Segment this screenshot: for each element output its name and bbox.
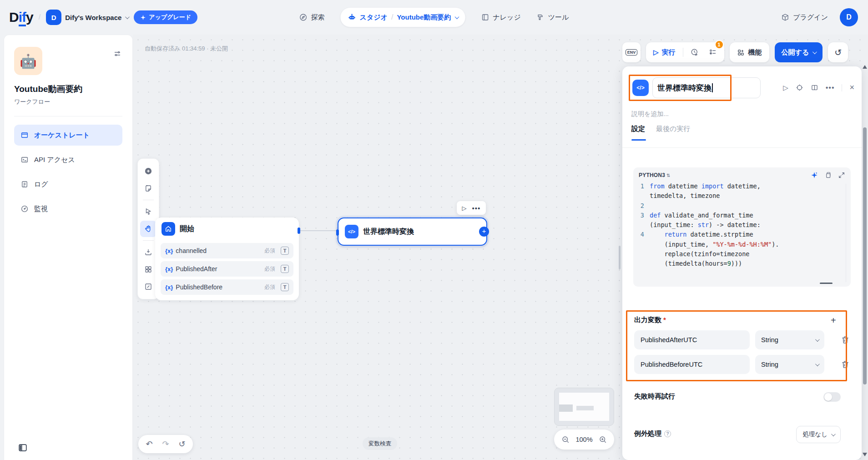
sidebar-item-orchestrate[interactable]: オーケストレート — [14, 125, 122, 146]
run-this-step-icon[interactable]: ▷ — [783, 84, 788, 92]
add-next-node-button[interactable]: + — [479, 227, 489, 237]
user-avatar[interactable]: D — [840, 8, 858, 26]
node-title-input[interactable]: 世界標準時変換 — [652, 77, 761, 98]
organize-nodes-button[interactable] — [140, 261, 156, 278]
breadcrumb-slash: / — [39, 13, 40, 21]
publish-button[interactable]: 公開する — [775, 42, 823, 62]
delete-variable-icon[interactable] — [841, 335, 850, 344]
start-variable-row[interactable]: {x} PublishedAfter 必須 T — [161, 261, 293, 277]
pointer-tool-button[interactable] — [140, 203, 156, 220]
code-editor[interactable]: PYTHON3 ⇅ 1 23 4 from datetime import da… — [633, 167, 851, 287]
ai-generate-icon[interactable] — [811, 172, 818, 179]
zoom-in-icon[interactable] — [599, 435, 607, 444]
code-line: (input_time, "%Y-%m-%d-%H:%M"). — [650, 240, 846, 249]
run-node-icon[interactable]: ▷ — [462, 205, 467, 212]
code-hscrollbar-thumb[interactable] — [820, 283, 833, 284]
hand-tool-button[interactable] — [140, 221, 156, 237]
close-panel-icon[interactable]: × — [849, 83, 854, 92]
text-type-icon: T — [281, 265, 289, 273]
exception-handling-select[interactable]: 処理なし — [796, 426, 841, 443]
sliders-icon[interactable] — [113, 50, 121, 58]
expand-icon[interactable] — [838, 172, 845, 179]
add-node-button[interactable] — [140, 163, 156, 179]
scroll-down-arrow[interactable] — [863, 453, 867, 456]
more-options-icon[interactable]: ••• — [472, 204, 481, 212]
redo-icon[interactable]: ↷ — [157, 437, 174, 451]
variable-name-input[interactable]: PublishedAfterUTC — [634, 330, 750, 349]
workspace-selector[interactable]: D Dify's Workspace — [46, 10, 128, 25]
upgrade-button[interactable]: アップグレード — [134, 10, 197, 24]
variable-type-select[interactable]: String — [755, 330, 824, 349]
scroll-up-arrow[interactable] — [863, 65, 867, 69]
start-variable-row[interactable]: {x} channelled 必須 T — [161, 243, 293, 258]
dify-logo[interactable]: Dify — [9, 10, 33, 25]
sidebar-divider — [14, 116, 122, 116]
retry-on-failure-label: 失敗時再試行 — [634, 392, 675, 401]
version-history-button[interactable]: ↺ — [828, 42, 848, 62]
variable-inspect-button[interactable]: 変数検査 — [363, 437, 397, 450]
palette-divider — [143, 200, 154, 200]
chevron-down-icon — [815, 362, 820, 366]
split-view-icon[interactable] — [811, 84, 818, 91]
sidebar-item-monitoring[interactable]: 監視 — [14, 198, 122, 219]
description-placeholder[interactable]: 説明を追加... — [631, 110, 669, 118]
start-node[interactable]: 開始 {x} channelled 必須 T {x} PublishedAfte… — [155, 217, 299, 300]
more-options-icon[interactable]: ••• — [826, 84, 835, 92]
code-line: replace(tzinfo=timezone — [650, 249, 846, 259]
nav-plugins[interactable]: プラグイン — [781, 13, 828, 22]
top-nav: Dify / D Dify's Workspace アップグレード 探索 スタジ… — [0, 0, 868, 35]
retry-toggle[interactable] — [823, 392, 841, 402]
nav-studio[interactable]: スタジオ — [360, 13, 388, 22]
collapse-sidebar-icon[interactable] — [18, 443, 28, 453]
blocks-plus-icon — [737, 49, 745, 56]
run-toolbar: ENV ▷ 実行 1 機能 公開する ↺ — [622, 42, 848, 62]
add-output-variable-button[interactable]: + — [831, 316, 836, 325]
run-workflow-button[interactable]: ▷ 実行 — [651, 48, 678, 57]
sidebar-item-api-access[interactable]: API アクセス — [14, 149, 122, 170]
run-history-button[interactable] — [688, 45, 701, 59]
export-dsl-button[interactable] — [140, 244, 156, 260]
add-note-button[interactable] — [140, 180, 156, 197]
input-handle[interactable] — [336, 229, 339, 236]
fit-view-button[interactable] — [140, 278, 156, 295]
tab-settings[interactable]: 設定 — [631, 125, 645, 133]
variable-name-input[interactable]: PublishedBeforeUTC — [634, 355, 750, 374]
text-type-icon: T — [281, 283, 289, 291]
env-variables-button[interactable]: ENV — [622, 42, 641, 62]
output-handle[interactable] — [298, 227, 300, 234]
start-node-title: 開始 — [180, 224, 194, 234]
delete-variable-icon[interactable] — [841, 360, 850, 369]
zoom-out-icon[interactable] — [561, 435, 570, 444]
home-icon — [161, 222, 175, 236]
tab-last-run[interactable]: 最後の実行 — [656, 125, 690, 133]
nav-explore[interactable]: 探索 — [299, 13, 325, 22]
zoom-level[interactable]: 100% — [575, 436, 592, 443]
nav-tools[interactable]: ツール — [536, 13, 569, 22]
scrollbar-thumb[interactable] — [863, 127, 867, 384]
panel-resize-handle[interactable] — [619, 246, 621, 269]
chevron-down-icon[interactable] — [454, 15, 459, 19]
features-button[interactable]: 機能 — [730, 42, 769, 62]
help-icon: ? — [664, 430, 671, 437]
undo-icon[interactable]: ↶ — [141, 437, 157, 451]
code-lines[interactable]: from datetime import datetime,timedelta,… — [650, 182, 846, 269]
start-variable-row[interactable]: {x} PublishedBefore 必須 T — [161, 279, 293, 295]
tray-arrow-icon — [144, 248, 152, 256]
code-language-selector[interactable]: PYTHON3 — [639, 172, 665, 178]
checklist-button[interactable]: 1 — [706, 45, 720, 59]
copy-icon[interactable] — [824, 172, 832, 179]
current-app-name[interactable]: Youtube動画要約 — [397, 13, 451, 22]
crosshair-icon[interactable] — [796, 84, 803, 91]
variable-name: channelled — [176, 247, 262, 254]
window-scrollbar[interactable] — [862, 61, 868, 460]
app-title: Youtube動画要約 — [14, 83, 122, 95]
required-badge: 必須 — [264, 247, 275, 255]
document-lines-icon — [20, 180, 29, 188]
nav-knowledge[interactable]: ナレッジ — [481, 13, 520, 22]
left-sidebar: 🤖 Youtube動画要約 ワークフロー オーケストレート API アクセス ロ… — [4, 35, 133, 460]
sidebar-item-logs[interactable]: ログ — [14, 174, 122, 195]
variable-type-select[interactable]: String — [755, 355, 824, 374]
change-history-icon[interactable]: ↺ — [174, 437, 190, 451]
minimap[interactable] — [554, 388, 614, 426]
code-node-selected[interactable]: </> 世界標準時変換 + — [338, 217, 487, 246]
